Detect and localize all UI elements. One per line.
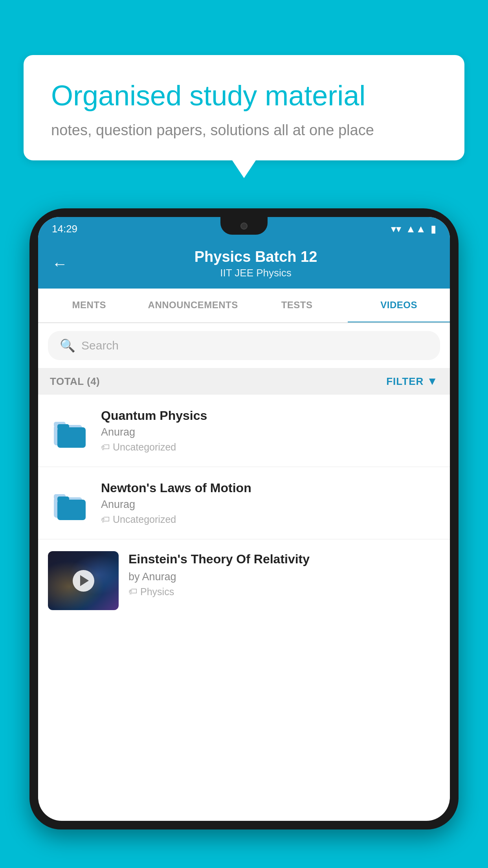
tab-announcements[interactable]: ANNOUNCEMENTS <box>140 289 246 322</box>
video-category-2: 🏷 Uncategorized <box>101 514 440 525</box>
video-item-3[interactable]: Einstein's Theory Of Relativity by Anura… <box>38 539 450 622</box>
nav-subtitle: IIT JEE Physics <box>75 267 436 279</box>
svg-rect-2 <box>57 427 86 448</box>
speech-bubble-tail <box>232 160 256 178</box>
tag-icon-3: 🏷 <box>128 587 137 597</box>
video-info-1: Quantum Physics Anurag 🏷 Uncategorized <box>101 408 440 453</box>
status-icons: ▾▾ ▲▲ ▮ <box>391 223 436 235</box>
battery-icon: ▮ <box>431 223 436 235</box>
total-count: TOTAL (4) <box>50 375 100 388</box>
video-info-3: Einstein's Theory Of Relativity by Anura… <box>128 551 440 598</box>
category-label-3: Physics <box>140 586 174 598</box>
video-title-3: Einstein's Theory Of Relativity <box>128 551 440 568</box>
nav-bar: ← Physics Batch 12 IIT JEE Physics <box>38 241 450 289</box>
video-author-2: Anurag <box>101 498 440 511</box>
search-icon: 🔍 <box>60 338 75 353</box>
tag-icon-1: 🏷 <box>101 442 110 452</box>
filter-label: FILTER <box>386 375 424 388</box>
phone-screen: 14:29 ▾▾ ▲▲ ▮ ← Physics Batch 12 IIT JEE… <box>38 217 450 821</box>
bubble-subtitle: notes, question papers, solutions all at… <box>51 122 437 139</box>
category-label-1: Uncategorized <box>113 441 176 453</box>
speech-bubble-card: Organised study material notes, question… <box>24 55 464 160</box>
video-title-2: Newton's Laws of Motion <box>101 481 440 495</box>
video-author-1: Anurag <box>101 426 440 438</box>
bubble-title: Organised study material <box>51 79 437 112</box>
play-triangle-icon <box>80 575 89 586</box>
category-label-2: Uncategorized <box>113 514 176 525</box>
filter-bar: TOTAL (4) FILTER ▼ <box>38 368 450 395</box>
video-item-1[interactable]: Quantum Physics Anurag 🏷 Uncategorized <box>38 395 450 467</box>
tabs-bar: MENTS ANNOUNCEMENTS TESTS VIDEOS <box>38 289 450 323</box>
video-info-2: Newton's Laws of Motion Anurag 🏷 Uncateg… <box>101 481 440 525</box>
folder-icon-2 <box>48 482 91 525</box>
folder-icon-1 <box>48 409 91 452</box>
svg-rect-3 <box>57 424 69 430</box>
tab-videos[interactable]: VIDEOS <box>348 289 450 323</box>
phone-notch <box>220 217 268 235</box>
search-placeholder: Search <box>81 339 119 352</box>
tab-assignments[interactable]: MENTS <box>38 289 140 322</box>
video-category-3: 🏷 Physics <box>128 586 440 598</box>
video-item-2[interactable]: Newton's Laws of Motion Anurag 🏷 Uncateg… <box>38 467 450 539</box>
svg-rect-7 <box>57 497 69 502</box>
phone-outer-shell: 14:29 ▾▾ ▲▲ ▮ ← Physics Batch 12 IIT JEE… <box>29 208 459 829</box>
video-title-1: Quantum Physics <box>101 408 440 423</box>
speech-bubble-section: Organised study material notes, question… <box>24 55 464 178</box>
wifi-icon: ▾▾ <box>391 223 401 235</box>
svg-rect-6 <box>57 500 86 520</box>
video-thumbnail-3 <box>48 551 119 610</box>
status-time: 14:29 <box>52 223 77 235</box>
search-bar[interactable]: 🔍 Search <box>48 331 440 360</box>
tag-icon-2: 🏷 <box>101 515 110 525</box>
video-list: Quantum Physics Anurag 🏷 Uncategorized <box>38 395 450 622</box>
nav-title-area: Physics Batch 12 IIT JEE Physics <box>75 248 436 279</box>
camera-dot <box>240 223 248 230</box>
play-button-3[interactable] <box>73 570 94 592</box>
search-container: 🔍 Search <box>38 323 450 368</box>
tab-tests[interactable]: TESTS <box>246 289 348 322</box>
video-author-3: by Anurag <box>128 571 440 583</box>
nav-title: Physics Batch 12 <box>75 248 436 265</box>
back-button[interactable]: ← <box>52 255 68 273</box>
video-category-1: 🏷 Uncategorized <box>101 441 440 453</box>
filter-icon: ▼ <box>427 375 438 388</box>
filter-button[interactable]: FILTER ▼ <box>386 375 438 388</box>
phone-mockup: 14:29 ▾▾ ▲▲ ▮ ← Physics Batch 12 IIT JEE… <box>29 208 459 868</box>
signal-icon: ▲▲ <box>406 223 426 235</box>
